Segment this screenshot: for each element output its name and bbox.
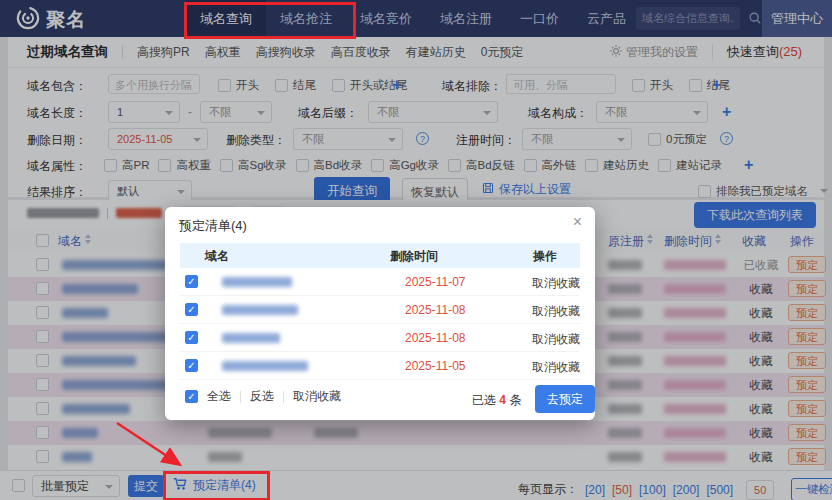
invert-select-label[interactable]: 反选 [250,388,274,405]
domain-redacted [222,333,280,343]
cancel-favorite-link[interactable]: 取消收藏 [532,275,580,292]
modal-title: 预定清单(4) [179,217,247,235]
juming-expired-domain-page: 聚名 域名查询域名抢注域名竞价域名注册一口价云产品探索/发现 域名综合信息查询.… [0,0,832,500]
modal-row: ✓2025-11-08取消收藏 [180,324,580,352]
delete-time: 2025-11-07 [405,275,466,289]
reserve-list-modal: 预定清单(4) × 域名 删除时间 操作 ✓2025-11-07取消收藏✓202… [165,207,595,420]
divider [240,391,241,403]
delete-time: 2025-11-08 [405,303,466,317]
domain-redacted [222,361,308,371]
modal-footer: ✓ 全选 反选 取消收藏 已选 4 条 去预定 [180,384,580,414]
cancel-favorite-link[interactable]: 取消收藏 [532,303,580,320]
modal-row: ✓2025-11-05取消收藏 [180,352,580,380]
row-checkbox[interactable]: ✓ [185,359,198,372]
delete-time: 2025-11-05 [405,359,466,373]
close-icon[interactable]: × [573,214,582,230]
row-checkbox[interactable]: ✓ [185,331,198,344]
domain-redacted [222,277,292,287]
modal-rows: ✓2025-11-07取消收藏✓2025-11-08取消收藏✓2025-11-0… [180,268,580,380]
cancel-favorite-label[interactable]: 取消收藏 [293,388,341,405]
modal-row: ✓2025-11-08取消收藏 [180,296,580,324]
select-all-checkbox[interactable]: ✓ [185,390,198,403]
delete-time: 2025-11-08 [405,331,466,345]
modal-col-domain: 域名 [205,248,229,265]
cancel-favorite-link[interactable]: 取消收藏 [532,359,580,376]
row-checkbox[interactable]: ✓ [185,275,198,288]
modal-col-delete-time: 删除时间 [390,248,438,265]
domain-redacted [222,305,298,315]
modal-col-action: 操作 [533,248,557,265]
divider [283,391,284,403]
select-all-label[interactable]: 全选 [207,388,231,405]
cancel-favorite-link[interactable]: 取消收藏 [532,331,580,348]
modal-table-header: 域名 删除时间 操作 [180,243,580,268]
row-checkbox[interactable]: ✓ [185,303,198,316]
modal-row: ✓2025-11-07取消收藏 [180,268,580,296]
go-reserve-button[interactable]: 去预定 [535,385,595,413]
selected-count: 已选 4 条 [472,392,521,409]
